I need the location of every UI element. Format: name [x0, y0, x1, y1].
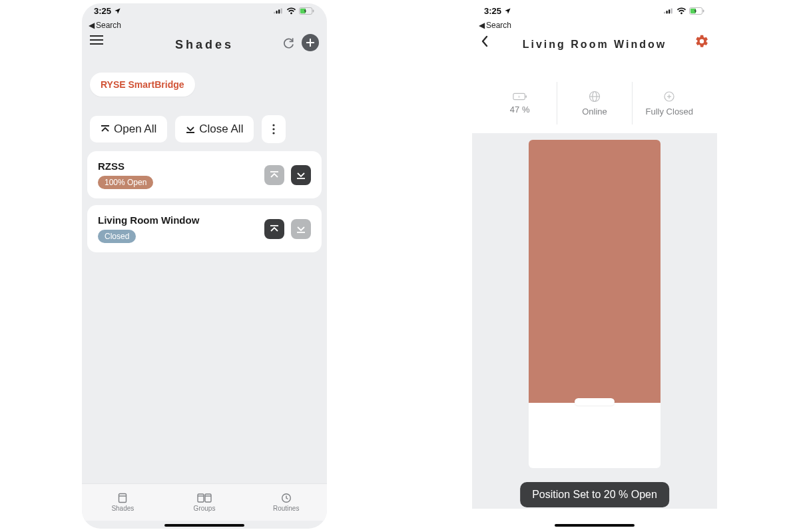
- back-caret-icon: ◀: [479, 21, 485, 30]
- tab-label: Groups: [194, 505, 216, 512]
- tab-label: Shades: [111, 505, 134, 512]
- shade-open-button[interactable]: [264, 219, 284, 239]
- bridge-chip[interactable]: RYSE SmartBridge: [90, 73, 195, 97]
- close-all-icon: [186, 125, 195, 134]
- shade-open-button[interactable]: [264, 165, 284, 185]
- add-button[interactable]: [302, 34, 319, 51]
- open-icon: [270, 224, 279, 234]
- routines-tab-icon: [281, 493, 292, 503]
- bridge-chip-label: RYSE SmartBridge: [101, 79, 184, 90]
- home-indicator: [555, 524, 635, 527]
- open-all-icon: [101, 125, 110, 134]
- close-icon: [296, 224, 306, 234]
- svg-point-14: [273, 124, 275, 126]
- shades-list: RZSS 100% Open Living Room Window Closed: [87, 151, 322, 252]
- svg-rect-8: [90, 39, 103, 41]
- tab-bar: Shades Groups Routines: [82, 483, 327, 521]
- back-to-search-link[interactable]: ◀ Search: [479, 21, 511, 30]
- page-title: Shades: [175, 38, 234, 52]
- close-icon: [296, 170, 306, 180]
- svg-rect-6: [313, 9, 314, 12]
- chevron-left-icon: [480, 35, 489, 47]
- close-all-label: Close All: [199, 123, 243, 136]
- close-all-button[interactable]: Close All: [175, 116, 254, 142]
- svg-rect-3: [281, 8, 282, 13]
- back-search-label: Search: [486, 21, 511, 30]
- shade-fill: [529, 140, 661, 403]
- shade-close-button[interactable]: [291, 219, 311, 239]
- svg-rect-11: [306, 42, 314, 43]
- groups-tab-icon: [196, 493, 212, 503]
- stat-position: Fully Closed: [632, 82, 706, 125]
- shade-slider[interactable]: [529, 140, 661, 509]
- location-icon: [504, 7, 511, 15]
- svg-point-16: [273, 132, 275, 134]
- svg-rect-23: [198, 494, 204, 502]
- home-indicator: [164, 524, 244, 527]
- svg-rect-9: [90, 43, 103, 45]
- shades-tab-icon: [117, 493, 128, 503]
- globe-icon: [589, 91, 601, 103]
- shade-handle[interactable]: [575, 398, 615, 405]
- tab-groups[interactable]: Groups: [164, 484, 246, 521]
- back-to-search-link[interactable]: ◀ Search: [89, 21, 121, 30]
- wifi-icon: [676, 7, 686, 15]
- stat-battery: + 47 %: [483, 82, 557, 125]
- status-bar: 3:25: [472, 3, 717, 18]
- svg-rect-30: [668, 9, 670, 13]
- shade-card[interactable]: Living Room Window Closed: [87, 205, 322, 252]
- svg-rect-34: [703, 9, 704, 12]
- status-time: 3:25: [94, 6, 111, 16]
- toast-text: Position Set to 20 % Open: [532, 489, 657, 500]
- more-vertical-icon: [272, 124, 275, 134]
- svg-rect-1: [276, 11, 278, 13]
- more-button[interactable]: [262, 115, 286, 143]
- settings-button[interactable]: [694, 34, 709, 49]
- location-icon: [114, 7, 121, 15]
- open-icon: [270, 170, 279, 180]
- battery-outline-icon: +: [513, 93, 527, 101]
- shade-name: RZSS: [98, 160, 125, 172]
- tab-shades[interactable]: Shades: [82, 484, 164, 521]
- shade-name: Living Room Window: [98, 214, 199, 226]
- cell-signal-icon: [664, 7, 674, 14]
- back-button[interactable]: [480, 35, 489, 47]
- menu-button[interactable]: [90, 35, 103, 45]
- stats-row: + 47 % Online Fully Closed: [483, 82, 706, 125]
- shade-card[interactable]: RZSS 100% Open: [87, 151, 322, 198]
- position-toast: Position Set to 20 % Open: [520, 482, 669, 507]
- wifi-icon: [286, 7, 296, 15]
- svg-text:+: +: [517, 94, 520, 99]
- back-caret-icon: ◀: [89, 21, 95, 30]
- svg-rect-29: [666, 11, 668, 13]
- svg-point-15: [273, 128, 275, 130]
- refresh-icon: [282, 36, 295, 49]
- shade-close-button[interactable]: [291, 165, 311, 185]
- target-icon: [663, 91, 675, 103]
- phone-screen-shade-detail: 3:25 ◀ Search Living Room Window: [472, 3, 717, 529]
- stat-network-value: Online: [582, 107, 607, 117]
- svg-rect-31: [671, 8, 672, 13]
- svg-rect-0: [274, 12, 275, 14]
- status-time: 3:25: [484, 6, 501, 16]
- tab-routines[interactable]: Routines: [245, 484, 327, 521]
- open-all-label: Open All: [114, 123, 156, 136]
- gear-icon: [694, 34, 709, 49]
- stat-battery-value: 47 %: [510, 105, 530, 115]
- shade-status-badge: Closed: [98, 230, 136, 243]
- shade-control-area: Position Set to 20 % Open: [472, 133, 717, 509]
- open-all-button[interactable]: Open All: [90, 116, 167, 142]
- svg-rect-28: [664, 12, 665, 14]
- stat-network: Online: [557, 82, 631, 125]
- cell-signal-icon: [274, 7, 284, 14]
- hamburger-icon: [90, 35, 103, 45]
- svg-rect-24: [205, 494, 211, 502]
- battery-icon: [299, 7, 315, 15]
- page-title: Living Room Window: [523, 39, 667, 51]
- refresh-button[interactable]: [282, 36, 295, 49]
- phone-screen-shades: 3:25 ◀ Search Shades: [82, 3, 327, 529]
- svg-rect-7: [90, 35, 103, 37]
- plus-icon: [306, 39, 314, 47]
- status-bar: 3:25: [82, 3, 327, 18]
- back-search-label: Search: [96, 21, 121, 30]
